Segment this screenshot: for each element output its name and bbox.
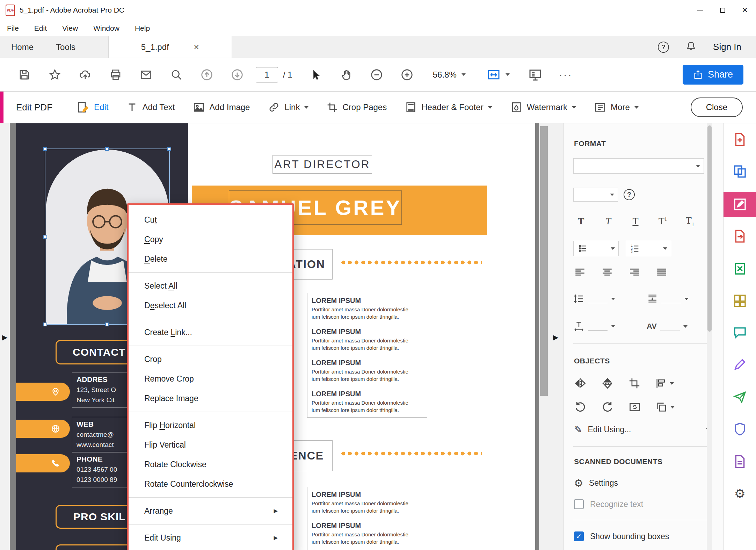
fill-sign-icon[interactable]	[724, 352, 756, 377]
prepare-form-icon[interactable]	[724, 449, 756, 474]
scan-settings-button[interactable]: ⚙ Settings	[574, 477, 618, 489]
selection-handle[interactable]	[43, 235, 47, 239]
panel-scrollbar-thumb[interactable]	[707, 125, 712, 332]
font-size-select[interactable]	[573, 188, 618, 202]
context-menu-item-rotate-clockwise[interactable]: Rotate Clockwise	[129, 455, 292, 474]
organize-pages-icon[interactable]	[724, 288, 756, 313]
context-menu-item-flip-vertical[interactable]: Flip Vertical	[129, 435, 292, 455]
edit-using-control[interactable]: ✎ Edit Using...	[574, 424, 710, 435]
selection-handle[interactable]	[105, 147, 109, 151]
context-menu-item-select-all[interactable]: Select All	[129, 276, 292, 296]
close-edit-pdf-button[interactable]: Close	[691, 97, 743, 117]
recognize-text-checkbox[interactable]	[574, 499, 584, 509]
line-spacing-control[interactable]	[573, 293, 615, 304]
line-spacing-value[interactable]	[588, 294, 608, 303]
format-help-icon[interactable]: ?	[624, 189, 635, 200]
collapse-right-panel-icon[interactable]: ▶	[553, 333, 558, 341]
cloud-upload-icon[interactable]	[70, 68, 100, 81]
print-icon[interactable]	[100, 68, 131, 81]
sign-in-button[interactable]: Sign In	[713, 42, 741, 52]
header-footer-button[interactable]: Header & Footer	[405, 101, 492, 113]
page-number-input[interactable]	[256, 67, 278, 82]
send-for-comments-icon[interactable]	[724, 384, 756, 410]
add-image-button[interactable]: Add Image	[193, 101, 250, 113]
context-menu-item-create-link[interactable]: Create Link...	[129, 323, 292, 342]
next-page-icon[interactable]	[222, 68, 252, 81]
italic-icon[interactable]: T	[601, 216, 616, 227]
selection-handle[interactable]	[43, 323, 47, 326]
share-button[interactable]: Share	[683, 65, 743, 85]
menu-view[interactable]: View	[62, 24, 78, 32]
context-menu-item-crop[interactable]: Crop	[129, 349, 292, 369]
menu-edit[interactable]: Edit	[34, 24, 47, 32]
menu-file[interactable]: File	[7, 24, 19, 32]
bold-icon[interactable]: T	[573, 216, 589, 227]
more-tools-icon[interactable]: ···	[551, 69, 581, 81]
context-menu-item-arrange[interactable]: Arrange▶	[129, 501, 292, 521]
horizontal-scale-value[interactable]	[588, 321, 608, 331]
bullet-list-select[interactable]	[573, 241, 619, 256]
tab-tools[interactable]: Tools	[45, 36, 87, 58]
paragraph-spacing-value[interactable]	[661, 294, 681, 303]
zoom-control[interactable]: 56.8%	[433, 70, 466, 80]
edit-pdf-tool-icon[interactable]	[724, 192, 756, 217]
select-tool-icon[interactable]	[301, 69, 331, 81]
crop-pages-button[interactable]: Crop Pages	[327, 102, 387, 113]
context-menu-item-replace-image[interactable]: Replace Image	[129, 389, 292, 408]
document-scrollbar[interactable]	[539, 123, 549, 550]
create-pdf-icon[interactable]	[724, 127, 756, 152]
save-icon[interactable]	[9, 68, 39, 81]
job-title-textbox[interactable]: ART DIRECTOR	[272, 155, 372, 174]
selection-handle[interactable]	[167, 147, 171, 151]
panel-scrollbar[interactable]	[707, 123, 712, 550]
previous-page-icon[interactable]	[191, 68, 222, 81]
maximize-button[interactable]	[711, 0, 734, 20]
context-menu-item-edit-using[interactable]: Edit Using▶	[129, 528, 292, 548]
paragraph-spacing-control[interactable]	[647, 293, 689, 304]
selection-handle[interactable]	[43, 147, 47, 151]
subscript-icon[interactable]: T1	[682, 215, 698, 227]
export-pdf-icon[interactable]	[724, 224, 756, 249]
menu-window[interactable]: Window	[93, 24, 119, 32]
fit-width-control[interactable]	[487, 68, 510, 82]
underline-icon[interactable]: T	[628, 216, 643, 227]
context-menu-item-rotate-counterclockwise[interactable]: Rotate Counterclockwise	[129, 474, 292, 494]
selection-handle[interactable]	[105, 323, 109, 326]
minimize-button[interactable]	[689, 0, 711, 20]
document-tab[interactable]: 5_1.pdf ✕	[108, 36, 232, 58]
protect-icon[interactable]	[724, 417, 756, 442]
menu-help[interactable]: Help	[135, 24, 150, 32]
watermark-button[interactable]: Watermark	[510, 101, 576, 113]
zoom-in-icon[interactable]	[392, 68, 422, 81]
numbered-list-select[interactable]: 123	[626, 241, 671, 256]
font-family-select[interactable]	[573, 158, 704, 174]
search-icon[interactable]	[161, 68, 191, 81]
context-menu-item-delete[interactable]: Delete	[129, 249, 292, 269]
close-window-button[interactable]: ✕	[734, 0, 756, 20]
zoom-out-icon[interactable]	[362, 68, 392, 81]
comment-icon[interactable]	[724, 320, 756, 345]
context-menu-item-flip-horizontal[interactable]: Flip Horizontal	[129, 415, 292, 435]
character-spacing-value[interactable]	[660, 322, 680, 331]
context-menu-item-copy[interactable]: Copy	[129, 230, 292, 249]
close-tab-icon[interactable]: ✕	[194, 43, 199, 51]
page-display-icon[interactable]	[520, 68, 551, 82]
expand-left-panel-icon[interactable]: ▶	[2, 333, 7, 341]
more-tools-gear-icon[interactable]: ⚙	[724, 481, 756, 506]
context-menu-item-deselect-all[interactable]: Deselect All	[129, 296, 292, 315]
notifications-bell-icon[interactable]	[686, 41, 696, 53]
add-text-button[interactable]: Add Text	[126, 102, 175, 113]
email-icon[interactable]	[131, 68, 161, 81]
star-icon[interactable]	[39, 68, 70, 81]
education-entries-box[interactable]: LOREM IPSUMPorttitor amet massa Doner do…	[307, 293, 427, 418]
help-icon[interactable]: ?	[658, 42, 669, 53]
scrollbar-thumb[interactable]	[540, 126, 548, 396]
hand-tool-icon[interactable]	[331, 68, 362, 81]
scan-ocr-icon[interactable]	[724, 256, 756, 281]
tab-home[interactable]: Home	[0, 36, 45, 58]
experience-entries-box[interactable]: LOREM IPSUMPorttitor amet massa Doner do…	[307, 487, 427, 550]
context-menu-item-remove-crop[interactable]: Remove Crop	[129, 369, 292, 389]
superscript-icon[interactable]: T1	[655, 216, 670, 227]
more-button[interactable]: More	[594, 101, 639, 113]
combine-files-icon[interactable]	[724, 159, 756, 184]
